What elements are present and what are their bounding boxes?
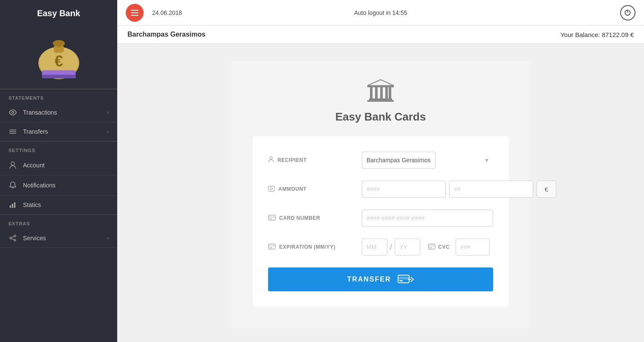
amount-row: AMMOUNT € [268,181,493,198]
menu-button[interactable] [126,4,144,22]
sidebar-item-notifications[interactable]: Notifications [0,175,117,195]
transfers-chevron: › [107,129,109,135]
svg-point-17 [14,239,16,241]
cards-title: Easy Bank Cards [253,110,508,124]
bar-chart-icon [9,201,17,208]
svg-line-19 [12,236,14,238]
expiry-label-group: EXPIRATION (MM/YY) [268,244,362,251]
transactions-label: Transactions [23,109,107,116]
share-icon [9,235,17,241]
recipient-select-wrapper: Barchampas Gerasimos ▾ [362,152,493,169]
transfer-button[interactable]: TRANSFER [268,267,493,291]
expiry-yy-input[interactable] [395,239,420,256]
transfer-icon [397,273,414,286]
svg-rect-37 [269,245,275,247]
content-area: Easy Bank Cards RECIPIENT [117,44,644,342]
expiry-form-icon [268,244,276,251]
expiry-separator: / [390,243,392,252]
notifications-label: Notifications [23,182,109,189]
card-number-input[interactable] [362,210,493,227]
services-label: Services [23,235,107,241]
svg-point-18 [10,237,12,239]
cards-header: Easy Bank Cards [253,78,508,124]
svg-rect-27 [380,87,383,98]
expiry-row: EXPIRATION (MM/YY) / [268,239,493,256]
power-icon [624,9,631,16]
person-icon [9,161,17,169]
cards-form: RECIPIENT Barchampas Gerasimos ▾ [253,136,508,307]
date-display: 24.06.2018 [152,9,182,16]
amount-label: AMMOUNT [278,186,306,192]
svg-rect-6 [43,70,75,75]
amount-label-group: AMMOUNT [268,186,362,193]
account-label: Account [23,162,109,169]
svg-rect-7 [42,75,76,78]
svg-rect-38 [269,247,272,248]
svg-point-16 [14,235,16,237]
svg-point-8 [12,112,14,114]
svg-rect-15 [14,202,15,208]
svg-rect-34 [269,216,275,218]
svg-point-32 [271,187,273,190]
hamburger-icon [131,10,139,16]
cvc-label: CVC [438,244,450,250]
logout-timer: Auto logout in 14:55 [354,9,407,16]
sidebar-header: Easy Bank € [0,0,117,89]
sidebar-item-services[interactable]: Services › [0,229,117,248]
svg-line-20 [12,239,14,240]
amount-main-input[interactable] [362,181,446,198]
cvc-input[interactable] [456,239,490,256]
svg-rect-44 [399,280,403,282]
svg-rect-23 [369,98,392,100]
transfers-icon [9,129,17,135]
main-content: 24.06.2018 Auto logout in 14:55 Barchamp… [117,0,644,342]
services-chevron: › [107,235,109,241]
svg-rect-14 [12,204,13,208]
subheader: Barchampas Gerasimos Your Balance: 87122… [117,26,644,44]
svg-rect-28 [385,87,388,98]
app-name: Easy Bank [4,9,113,18]
svg-rect-25 [370,87,373,98]
chevron-down-icon: ▾ [485,157,488,163]
amount-inputs-group: € [362,181,556,198]
settings-section-label: SETTINGS [0,141,117,155]
svg-point-12 [11,162,14,165]
svg-rect-22 [367,86,394,87]
svg-rect-31 [269,186,274,191]
amount-form-icon [268,186,275,193]
expiry-cvc-group: / CVC [362,239,493,256]
sidebar-item-account[interactable]: Account [0,155,117,175]
recipient-row: RECIPIENT Barchampas Gerasimos ▾ [268,152,493,169]
transfers-label: Transfers [23,128,107,135]
svg-rect-13 [10,205,11,208]
recipient-label: RECIPIENT [277,157,307,163]
amount-cents-input[interactable] [449,181,533,198]
user-name: Barchampas Gerasimos [127,31,205,38]
money-bag-icon: € [33,25,84,80]
svg-marker-21 [367,80,394,86]
svg-rect-35 [269,218,272,219]
svg-rect-29 [389,87,391,98]
svg-rect-40 [428,245,435,247]
bell-icon [9,181,17,189]
sidebar-item-transactions[interactable]: Transactions › [0,103,117,122]
currency-display: € [537,181,556,198]
power-button[interactable] [620,5,635,20]
svg-rect-43 [398,277,409,279]
svg-rect-24 [367,100,394,102]
svg-text:€: € [54,52,63,70]
statics-label: Statics [23,201,109,208]
svg-point-30 [270,157,272,159]
sidebar-item-statics[interactable]: Statics [0,195,117,215]
recipient-select[interactable]: Barchampas Gerasimos [362,152,436,169]
extras-section-label: EXTRAS [0,215,117,229]
person-form-icon [268,156,274,164]
bank-icon [366,78,396,103]
transfer-button-label: TRANSFER [347,276,391,283]
eye-icon [9,109,17,115]
expiry-mm-input[interactable] [362,239,387,256]
card-number-label-group: CARD NUMBER [268,215,362,222]
cards-section: Easy Bank Cards RECIPIENT [231,61,530,328]
sidebar-item-transfers[interactable]: Transfers › [0,122,117,141]
user-balance: Your Balance: 87122.09 € [560,31,634,38]
